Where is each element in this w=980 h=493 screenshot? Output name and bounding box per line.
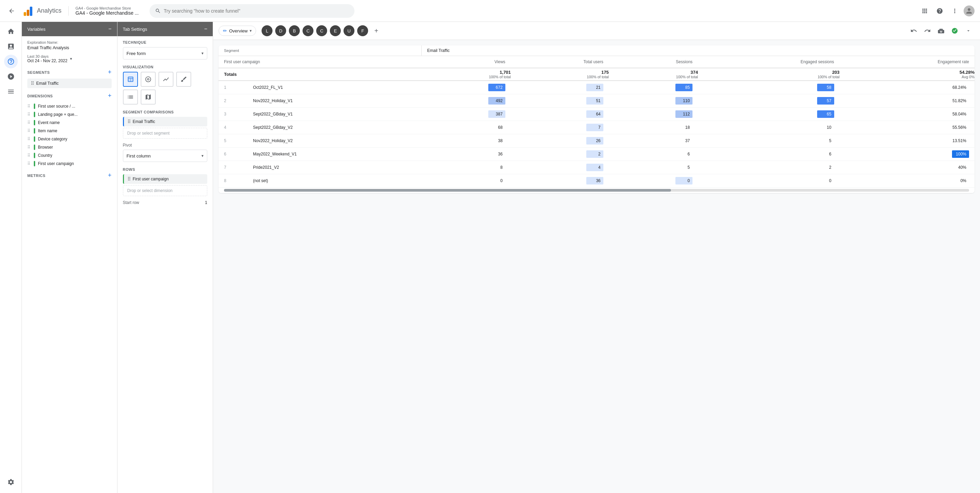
- totals-row: Totals 1,701 100% of total 175: [218, 68, 975, 81]
- table-row[interactable]: 8 (not set) 0 36 0 0 0%: [218, 174, 975, 188]
- dim-label-5: Browser: [38, 145, 53, 150]
- drop-dimension-zone[interactable]: Drop or select dimension: [123, 185, 208, 196]
- technique-value: Free form: [127, 51, 146, 56]
- row-item-0[interactable]: ⠿ First user campaign: [123, 174, 208, 184]
- dimension-item-3[interactable]: ⠿ Item name: [27, 127, 112, 135]
- seg-comp-item-0[interactable]: ⠿ Email Traffic: [123, 117, 208, 126]
- user-bubble-E[interactable]: E: [330, 25, 341, 36]
- more-options-button[interactable]: [948, 5, 961, 17]
- engagement-rate-col-header[interactable]: Engagement rate: [840, 56, 975, 68]
- segment-header-cell: Segment: [218, 45, 422, 56]
- table-row[interactable]: 7 Pride2021_V2 8 4 5 2 40%: [218, 161, 975, 174]
- viz-bar-button[interactable]: [123, 89, 138, 105]
- technique-select[interactable]: Free form ▾: [123, 47, 208, 59]
- dimension-item-5[interactable]: ⠿ Browser: [27, 143, 112, 152]
- dimension-item-7[interactable]: ⠿ First user campaign: [27, 160, 112, 168]
- user-bubble-B[interactable]: B: [289, 25, 300, 36]
- scroll-track: [224, 189, 969, 191]
- row-campaign-5: May2022_Weekend_V1: [248, 148, 422, 161]
- variables-minimize-icon[interactable]: −: [108, 26, 111, 32]
- user-bubble-D[interactable]: D: [275, 25, 286, 36]
- nav-configure[interactable]: [4, 85, 18, 98]
- back-button[interactable]: [5, 5, 18, 17]
- user-bubble-C1[interactable]: C: [302, 25, 313, 36]
- total-users-col-header[interactable]: Total users: [511, 56, 609, 68]
- user-bubble-F[interactable]: F: [357, 25, 368, 36]
- table-row[interactable]: 3 Sept2022_GBday_V1 387 64 112 65 58.04%: [218, 108, 975, 121]
- dimension-item-0[interactable]: ⠿ First user source / ...: [27, 102, 112, 110]
- viz-donut-button[interactable]: [141, 72, 156, 87]
- search-bar[interactable]: [150, 4, 355, 18]
- email-traffic-header: Email Traffic: [422, 45, 975, 56]
- dim-dot-5: [34, 145, 35, 150]
- table-row[interactable]: 2 Nov2022_Holiday_V1 492 51 110 57 51.82…: [218, 94, 975, 108]
- horizontal-scrollbar[interactable]: [218, 188, 975, 193]
- share-button[interactable]: [935, 25, 947, 37]
- undo-button[interactable]: [908, 25, 920, 37]
- row-engaged-2: 65: [698, 108, 840, 121]
- viz-line-button[interactable]: [158, 72, 173, 87]
- row-campaign-7: (not set): [248, 174, 422, 188]
- overview-tab[interactable]: ✏ Overview ▾: [218, 26, 256, 36]
- pivot-select[interactable]: First column ▾: [123, 150, 208, 162]
- row-users-6: 4: [511, 161, 609, 174]
- nav-home[interactable]: [4, 25, 18, 38]
- start-row-value[interactable]: 1: [205, 200, 207, 205]
- user-bubble-U[interactable]: U: [344, 25, 355, 36]
- segment-chip-email-traffic[interactable]: ⠿ Email Traffic: [27, 78, 112, 88]
- engaged-sessions-col-header[interactable]: Engaged sessions: [698, 56, 840, 68]
- tab-label: Overview: [229, 28, 248, 34]
- dimension-item-6[interactable]: ⠿ Country: [27, 152, 112, 160]
- help-button[interactable]: [934, 5, 946, 17]
- dimension-item-4[interactable]: ⠿ Device category: [27, 135, 112, 143]
- nav-advertising[interactable]: [4, 70, 18, 83]
- viz-map-button[interactable]: [141, 89, 156, 105]
- technique-section-label: TECHNIQUE: [123, 40, 208, 45]
- svg-rect-0: [24, 12, 26, 16]
- nav-settings[interactable]: [4, 475, 18, 489]
- rows-section-label: ROWS: [123, 168, 208, 172]
- views-col-header[interactable]: Views: [422, 56, 511, 68]
- account-subtitle: GA4 - Google Merchandise Store: [75, 6, 138, 10]
- add-dimension-button[interactable]: +: [108, 92, 112, 99]
- totals-rate-sub: Avg 0%: [962, 75, 975, 79]
- publish-button[interactable]: [948, 25, 961, 37]
- row-rate-6: 40%: [840, 161, 975, 174]
- viz-scatter-button[interactable]: [176, 72, 191, 87]
- add-metric-button[interactable]: +: [108, 172, 112, 179]
- user-avatar[interactable]: [964, 5, 975, 16]
- row-engaged-5: 6: [698, 148, 840, 161]
- apps-button[interactable]: [918, 5, 931, 17]
- metrics-title: METRICS: [27, 174, 45, 178]
- row-item-label-0: First user campaign: [133, 177, 169, 182]
- search-input[interactable]: [164, 8, 349, 14]
- user-bubble-L[interactable]: L: [262, 25, 272, 36]
- main-content: ✏ Overview ▾ L D B C C E U F +: [213, 22, 980, 493]
- dimension-item-1[interactable]: ⠿ Landing page + que...: [27, 110, 112, 118]
- dimension-col-header[interactable]: First user campaign: [218, 56, 422, 68]
- scroll-thumb[interactable]: [224, 189, 671, 191]
- table-row[interactable]: 4 Sept2022_GBday_V2 68 7 18 10 55.56%: [218, 121, 975, 134]
- tab-settings-minimize-icon[interactable]: −: [204, 26, 207, 32]
- more-tab-options[interactable]: [962, 25, 975, 37]
- row-sessions-5: 6: [609, 148, 698, 161]
- table-row[interactable]: 6 May2022_Weekend_V1 36 2 6 6 100%: [218, 148, 975, 161]
- dimension-item-2[interactable]: ⠿ Event name: [27, 118, 112, 127]
- segment-header-label: Segment: [224, 48, 239, 53]
- add-tab-button[interactable]: +: [371, 25, 382, 36]
- totals-users: 175: [601, 70, 609, 75]
- table-row[interactable]: 5 Nov2022_Holiday_V2 38 26 37 5 13.51%: [218, 134, 975, 148]
- drop-segment-zone[interactable]: Drop or select segment: [123, 128, 208, 139]
- viz-table-button[interactable]: [123, 72, 138, 87]
- table-row[interactable]: 1 Oct2022_FL_V1 672 21 85 58 68.24%: [218, 81, 975, 94]
- row-campaign-1: Nov2022_Holiday_V1: [248, 94, 422, 108]
- exploration-name-value[interactable]: Email Traffic Analysis: [27, 45, 112, 50]
- panels-container: Variables − Exploration Name: Email Traf…: [22, 22, 213, 493]
- nav-explore[interactable]: [4, 55, 18, 68]
- sessions-col-header[interactable]: Sessions: [609, 56, 698, 68]
- date-range-selector[interactable]: Last 30 days Oct 24 - Nov 22, 2022 ▾: [27, 54, 112, 63]
- add-segment-button[interactable]: +: [108, 69, 112, 76]
- nav-reports[interactable]: [4, 40, 18, 53]
- redo-button[interactable]: [921, 25, 934, 37]
- user-bubble-C2[interactable]: C: [316, 25, 327, 36]
